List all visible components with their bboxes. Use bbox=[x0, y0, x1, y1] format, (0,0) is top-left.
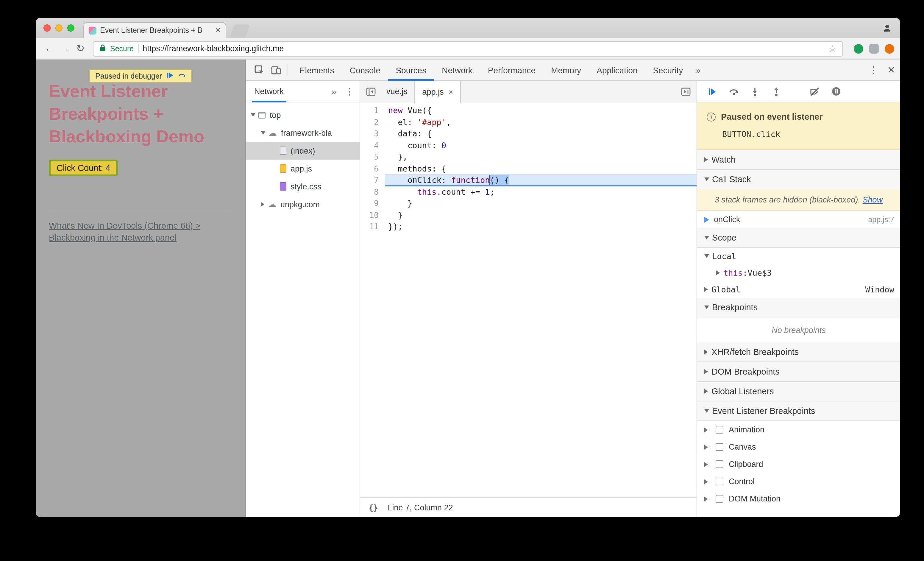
section-xhr-breakpoints[interactable]: XHR/fetch Breakpoints bbox=[697, 342, 900, 362]
show-blackboxed-link[interactable]: Show bbox=[862, 195, 883, 204]
code-line-content[interactable]: count: 0 bbox=[385, 140, 697, 151]
disclosure-right-icon[interactable] bbox=[704, 462, 708, 466]
badge-step-over-icon[interactable] bbox=[178, 72, 186, 80]
scope-variable-this[interactable]: this: Vue$3 bbox=[697, 264, 900, 281]
window-minimize-button[interactable] bbox=[56, 24, 63, 32]
step-into-icon[interactable] bbox=[747, 84, 763, 99]
code-line-content[interactable]: } bbox=[385, 209, 697, 221]
inspect-element-icon[interactable] bbox=[250, 62, 267, 78]
editor-tab-app-js[interactable]: app.js× bbox=[415, 81, 461, 103]
line-number[interactable]: 4 bbox=[360, 140, 385, 151]
line-number[interactable]: 6 bbox=[360, 163, 385, 174]
code-line-content[interactable]: el: '#app', bbox=[385, 116, 697, 128]
devtools-tab-security[interactable]: Security bbox=[645, 59, 691, 81]
disclosure-right-icon[interactable] bbox=[261, 202, 264, 207]
devtools-close-icon[interactable]: ✕ bbox=[882, 64, 900, 76]
code-area[interactable]: 1new Vue({2 el: '#app',3 data: {4 count:… bbox=[360, 102, 697, 497]
devtools-tab-network[interactable]: Network bbox=[434, 59, 480, 81]
url-bar[interactable]: Secure https://framework-blackboxing.gli… bbox=[93, 41, 843, 56]
badge-resume-icon[interactable] bbox=[167, 72, 173, 80]
section-scope[interactable]: Scope bbox=[697, 228, 900, 248]
forward-icon[interactable]: → bbox=[57, 43, 73, 54]
editor-tab-vue-js[interactable]: vue.js bbox=[379, 81, 415, 102]
new-tab-button[interactable] bbox=[230, 24, 250, 38]
extension-icon-orange[interactable] bbox=[885, 44, 894, 53]
category-checkbox[interactable] bbox=[716, 478, 723, 485]
device-toolbar-icon[interactable] bbox=[267, 62, 284, 78]
devtools-tab-elements[interactable]: Elements bbox=[292, 59, 342, 81]
tree-item-index[interactable]: (index) bbox=[246, 142, 360, 160]
category-checkbox[interactable] bbox=[716, 495, 723, 502]
tree-item-top[interactable]: top bbox=[246, 106, 360, 124]
toggle-debugger-sidebar-icon[interactable] bbox=[681, 87, 691, 96]
pane-tab-network[interactable]: Network bbox=[252, 81, 286, 102]
tree-item-style-css[interactable]: style.css bbox=[246, 177, 360, 195]
section-watch[interactable]: Watch bbox=[697, 150, 900, 170]
devtools-tab-overflow[interactable]: » bbox=[691, 59, 706, 81]
window-zoom-button[interactable] bbox=[67, 24, 74, 32]
line-number[interactable]: 5 bbox=[360, 151, 385, 163]
extension-icon-green[interactable] bbox=[854, 44, 863, 53]
line-number[interactable]: 10 bbox=[360, 209, 385, 221]
devtools-tab-sources[interactable]: Sources bbox=[388, 59, 434, 81]
pane-menu-icon[interactable]: ⋮ bbox=[342, 86, 357, 97]
tab-close-icon[interactable]: ✕ bbox=[215, 26, 221, 34]
resume-icon[interactable] bbox=[704, 84, 720, 99]
pretty-print-icon[interactable]: {} bbox=[369, 502, 378, 512]
line-number[interactable]: 8 bbox=[360, 186, 385, 198]
line-number[interactable]: 7 bbox=[360, 174, 385, 186]
category-checkbox[interactable] bbox=[716, 426, 723, 434]
devtools-menu-icon[interactable]: ⋮ bbox=[864, 64, 882, 76]
disclosure-right-icon[interactable] bbox=[704, 445, 708, 449]
tree-item-unpkg-com[interactable]: ☁unpkg.com bbox=[246, 195, 360, 213]
bookmark-star-icon[interactable]: ☆ bbox=[828, 43, 837, 54]
code-line-content[interactable]: } bbox=[385, 198, 697, 209]
code-line-content[interactable]: }); bbox=[385, 221, 697, 232]
category-checkbox[interactable] bbox=[716, 443, 723, 451]
navigator-toggle-icon[interactable] bbox=[363, 83, 379, 100]
extension-icon-gray[interactable] bbox=[869, 44, 879, 53]
deactivate-breakpoints-icon[interactable] bbox=[807, 84, 822, 99]
devtools-tab-application[interactable]: Application bbox=[589, 59, 645, 81]
disclosure-down-icon[interactable] bbox=[250, 113, 255, 117]
disclosure-down-icon[interactable] bbox=[261, 131, 266, 135]
scope-local[interactable]: Local bbox=[697, 248, 900, 264]
code-line-content[interactable]: }, bbox=[385, 151, 697, 163]
code-line-content[interactable]: new Vue({ bbox=[385, 105, 697, 116]
line-number[interactable]: 1 bbox=[360, 105, 385, 116]
section-event-listener-breakpoints[interactable]: Event Listener Breakpoints bbox=[697, 401, 900, 421]
profile-icon[interactable] bbox=[882, 23, 892, 35]
code-line-content[interactable]: data: { bbox=[385, 128, 697, 140]
scope-global[interactable]: Global Window bbox=[697, 281, 900, 298]
call-stack-frame-onclick[interactable]: onClickapp.js:7 bbox=[697, 211, 900, 228]
disclosure-right-icon[interactable] bbox=[704, 287, 708, 292]
tree-item-framework-bla[interactable]: ☁framework-bla bbox=[246, 124, 360, 142]
line-number[interactable]: 2 bbox=[360, 116, 385, 128]
page-link-line2[interactable]: Blackboxing in the Network panel bbox=[49, 232, 200, 244]
section-breakpoints[interactable]: Breakpoints bbox=[697, 298, 900, 317]
devtools-tab-console[interactable]: Console bbox=[342, 59, 388, 81]
code-line-content[interactable]: onClick: function() { bbox=[385, 174, 697, 186]
section-global-listeners[interactable]: Global Listeners bbox=[697, 382, 900, 401]
page-link[interactable]: What's New In DevTools (Chrome 66) > Bla… bbox=[49, 220, 200, 244]
section-dom-breakpoints[interactable]: DOM Breakpoints bbox=[697, 362, 900, 382]
line-number[interactable]: 3 bbox=[360, 128, 385, 140]
section-call-stack[interactable]: Call Stack bbox=[697, 170, 900, 189]
window-close-button[interactable] bbox=[44, 24, 51, 32]
category-checkbox[interactable] bbox=[716, 460, 723, 468]
devtools-tab-performance[interactable]: Performance bbox=[480, 59, 543, 81]
back-icon[interactable]: ← bbox=[42, 43, 57, 54]
pane-overflow-icon[interactable]: » bbox=[326, 86, 342, 96]
reload-icon[interactable]: ↻ bbox=[73, 42, 88, 55]
code-line-content[interactable]: methods: { bbox=[385, 163, 697, 174]
disclosure-right-icon[interactable] bbox=[716, 270, 720, 275]
disclosure-right-icon[interactable] bbox=[704, 479, 708, 484]
code-line-content[interactable]: this.count += 1; bbox=[385, 186, 697, 198]
disclosure-right-icon[interactable] bbox=[704, 427, 708, 432]
tree-item-app-js[interactable]: app.js bbox=[246, 160, 360, 177]
click-count-button[interactable]: Click Count: 4 bbox=[49, 160, 118, 176]
page-link-line1[interactable]: What's New In DevTools (Chrome 66) > bbox=[49, 220, 200, 232]
close-tab-icon[interactable]: × bbox=[448, 87, 453, 96]
devtools-tab-memory[interactable]: Memory bbox=[543, 59, 589, 81]
step-out-icon[interactable] bbox=[769, 84, 784, 99]
